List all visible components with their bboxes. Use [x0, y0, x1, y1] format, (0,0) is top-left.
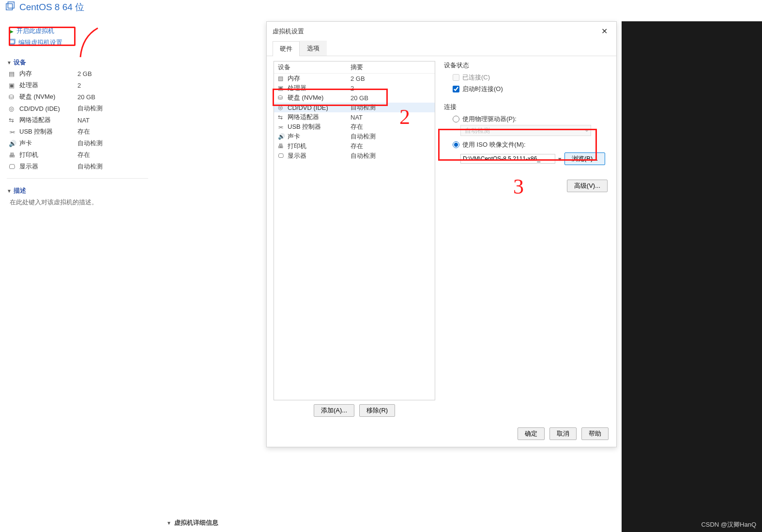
hardware-table-row[interactable]: ◎CD/DVD (IDE)自动检测	[274, 103, 435, 112]
device-name: 打印机	[19, 151, 77, 159]
device-name: 网络适配器	[288, 113, 351, 122]
sidebar-device-row[interactable]: ⛁硬盘 (NVMe)20 GB	[0, 91, 155, 103]
svg-rect-1	[8, 1, 14, 8]
watermark: CSDN @汉卿HanQ	[701, 520, 756, 529]
cpu-icon: ▣	[9, 82, 19, 89]
add-device-button[interactable]: 添加(A)...	[314, 404, 354, 417]
sidebar-device-row[interactable]: 🖵显示器自动检测	[0, 161, 155, 172]
hardware-table-row[interactable]: 🖵显示器自动检测	[274, 151, 435, 161]
hardware-table-row[interactable]: ⛁硬盘 (NVMe)20 GB	[274, 93, 435, 103]
edit-vm-label: 编辑虚拟机设置	[18, 38, 62, 47]
description-section-header[interactable]: ▼ 描述	[0, 183, 155, 196]
snd-icon: 🔊	[9, 140, 19, 147]
cd-icon: ◎	[9, 105, 19, 112]
device-summary: 2	[351, 85, 354, 92]
dsp-icon: 🖵	[278, 152, 288, 159]
sidebar-device-row[interactable]: ▣处理器2	[0, 79, 155, 91]
tab-options[interactable]: 选项	[300, 41, 327, 56]
usb-icon: ⫘	[278, 123, 288, 130]
device-summary: 2 GB	[351, 75, 365, 82]
device-summary: 2	[77, 82, 81, 89]
device-name: USB 控制器	[19, 127, 77, 136]
device-summary: 存在	[77, 151, 90, 159]
browse-button[interactable]: 浏览(B)...	[564, 152, 605, 165]
hardware-device-table: 设备 摘要 ▤内存2 GB▣处理器2⛁硬盘 (NVMe)20 GB◎CD/DVD…	[274, 61, 435, 400]
iso-path-input[interactable]	[460, 154, 555, 164]
dialog-title: 虚拟机设置	[273, 27, 304, 36]
hardware-table-row[interactable]: ▤内存2 GB	[274, 74, 435, 83]
connection-title: 连接	[444, 103, 608, 111]
device-name: 硬盘 (NVMe)	[288, 93, 351, 102]
net-icon: ⇆	[278, 114, 288, 121]
tab-hardware[interactable]: 硬件	[273, 41, 300, 56]
device-name: USB 控制器	[288, 122, 351, 131]
usb-icon: ⫘	[9, 128, 19, 136]
sidebar-device-list: ▤内存2 GB▣处理器2⛁硬盘 (NVMe)20 GB◎CD/DVD (IDE)…	[0, 68, 155, 176]
chevron-down-icon: ▼	[167, 520, 171, 526]
help-button[interactable]: 帮助	[581, 427, 609, 440]
device-summary: NAT	[77, 117, 90, 124]
device-summary: 存在	[351, 142, 363, 151]
cpu-icon: ▣	[278, 85, 288, 91]
sidebar-device-row[interactable]: 🖶打印机存在	[0, 149, 155, 161]
close-icon[interactable]: ✕	[598, 26, 610, 37]
description-placeholder[interactable]: 在此处键入对该虚拟机的描述。	[0, 196, 155, 209]
edit-vm-settings-link[interactable]: 编辑虚拟机设置	[0, 37, 155, 48]
sidebar-device-row[interactable]: 🔊声卡自动检测	[0, 137, 155, 149]
device-name: CD/DVD (IDE)	[19, 105, 77, 112]
device-name: 处理器	[19, 81, 77, 90]
device-summary: 自动检测	[351, 103, 376, 112]
vm-detail-section-header[interactable]: ▼ 虚拟机详细信息	[155, 517, 762, 528]
use-physical-label: 使用物理驱动器(P):	[462, 115, 517, 123]
mem-icon: ▤	[278, 75, 288, 82]
connect-at-poweron-checkbox[interactable]	[453, 86, 459, 92]
power-on-label: 开启此虚拟机	[16, 27, 54, 35]
remove-device-button[interactable]: 移除(R)	[359, 404, 395, 417]
device-summary: 20 GB	[77, 93, 95, 101]
use-physical-radio[interactable]	[453, 116, 459, 122]
device-name: 内存	[19, 69, 77, 78]
device-detail-pane: 设备状态 已连接(C) 启动时连接(O) 连接 使用物理驱动器(P): 自动检测	[442, 61, 610, 421]
vm-tab-header: CentOS 8 64 位	[0, 0, 762, 15]
device-summary: NAT	[351, 114, 363, 121]
svg-rect-0	[6, 3, 13, 10]
device-name: CD/DVD (IDE)	[288, 104, 351, 111]
connected-label: 已连接(C)	[462, 73, 490, 82]
device-summary: 自动检测	[77, 162, 103, 171]
status-title: 设备状态	[444, 61, 608, 70]
device-name: 声卡	[288, 132, 351, 141]
table-head: 设备 摘要	[274, 61, 435, 74]
advanced-button[interactable]: 高级(V)...	[567, 180, 608, 192]
sidebar-device-row[interactable]: ⇆网络适配器NAT	[0, 114, 155, 126]
physical-drive-select: 自动检测	[460, 125, 591, 136]
cancel-button[interactable]: 取消	[549, 427, 577, 440]
vm-display-area	[622, 21, 762, 532]
hardware-table-row[interactable]: 🔊声卡自动检测	[274, 132, 435, 141]
device-summary: 自动检测	[351, 152, 376, 160]
device-name: 打印机	[288, 142, 351, 151]
play-icon: ▶	[9, 28, 14, 35]
hardware-table-row[interactable]: 🖶打印机存在	[274, 141, 435, 151]
hardware-table-row[interactable]: ⫘USB 控制器存在	[274, 122, 435, 132]
hardware-table-row[interactable]: ⇆网络适配器NAT	[274, 112, 435, 122]
device-summary: 自动检测	[351, 132, 376, 141]
chevron-down-icon: ▼	[7, 188, 12, 194]
sidebar-device-row[interactable]: ⫘USB 控制器存在	[0, 126, 155, 137]
use-iso-radio[interactable]	[453, 141, 459, 148]
chevron-down-icon: ▼	[7, 60, 12, 65]
col-summary: 摘要	[351, 63, 363, 72]
edit-icon	[9, 39, 15, 47]
power-on-link[interactable]: ▶ 开启此虚拟机	[0, 25, 155, 37]
dialog-titlebar: 虚拟机设置 ✕	[267, 22, 616, 41]
connected-checkbox	[453, 74, 459, 81]
dsp-icon: 🖵	[9, 163, 19, 170]
device-summary: 存在	[351, 122, 363, 131]
sidebar-device-row[interactable]: ▤内存2 GB	[0, 68, 155, 79]
devices-section-header[interactable]: ▼ 设备	[0, 55, 155, 68]
sidebar-device-row[interactable]: ◎CD/DVD (IDE)自动检测	[0, 103, 155, 114]
device-summary: 2 GB	[77, 70, 92, 77]
ok-button[interactable]: 确定	[518, 427, 545, 440]
vm-settings-dialog: 虚拟机设置 ✕ 硬件 选项 设备 摘要 ▤内存2 GB▣处理器2⛁硬盘 (NVM…	[266, 21, 617, 447]
hardware-table-row[interactable]: ▣处理器2	[274, 83, 435, 93]
vm-tab-icon	[5, 1, 15, 14]
